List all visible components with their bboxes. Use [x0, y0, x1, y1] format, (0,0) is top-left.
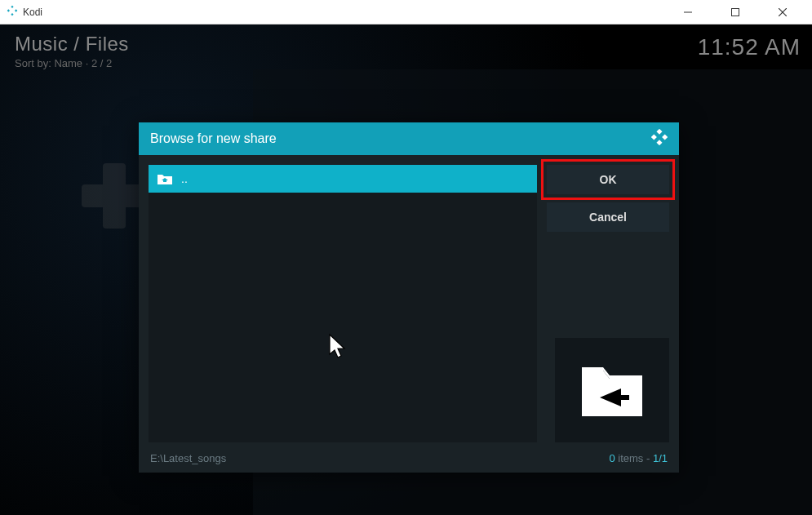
item-position: 1/1: [653, 452, 668, 464]
svg-rect-1: [7, 9, 10, 11]
item-count-text: items -: [615, 452, 653, 464]
list-item-parent-dir[interactable]: ..: [149, 165, 537, 193]
folder-up-icon: [157, 172, 173, 185]
folder-back-icon: [575, 357, 649, 423]
maximize-button[interactable]: [719, 0, 752, 24]
breadcrumb-area: Music / Files Sort by: Name · 2 / 2: [15, 33, 129, 69]
svg-rect-10: [662, 134, 668, 140]
svg-rect-11: [656, 140, 662, 145]
list-item-label: ..: [181, 172, 188, 185]
sort-info: Sort by: Name · 2 / 2: [15, 57, 129, 69]
ok-button-highlight: OK: [541, 159, 675, 200]
add-source-plus-icon: [82, 163, 147, 229]
svg-rect-5: [732, 8, 739, 16]
close-button[interactable]: [766, 0, 799, 24]
preview-thumbnail: [555, 338, 669, 442]
dialog-header: Browse for new share: [139, 122, 679, 155]
ok-button[interactable]: OK: [547, 165, 669, 194]
window-title: Kodi: [23, 7, 42, 18]
svg-rect-8: [656, 129, 662, 135]
window-titlebar: Kodi: [0, 0, 812, 24]
cancel-button[interactable]: Cancel: [547, 202, 669, 232]
kodi-app: Music / Files Sort by: Name · 2 / 2 11:5…: [0, 24, 812, 515]
dialog-title: Browse for new share: [150, 131, 277, 146]
dialog-footer: E:\Latest_songs 0 items - 1/1: [139, 452, 679, 473]
dialog-body: .. OK Cancel: [139, 155, 679, 452]
svg-rect-0: [11, 5, 13, 7]
current-path: E:\Latest_songs: [150, 452, 226, 464]
dialog-buttons: OK Cancel: [547, 165, 669, 442]
item-count: 0 items - 1/1: [609, 452, 668, 464]
item-count-number: 0: [609, 452, 615, 464]
minimize-button[interactable]: [672, 0, 704, 24]
browse-dialog: Browse for new share .. OK Cancel: [139, 122, 679, 473]
breadcrumb: Music / Files: [15, 33, 129, 55]
file-list[interactable]: ..: [149, 165, 537, 442]
svg-rect-9: [651, 134, 657, 140]
svg-rect-2: [15, 9, 17, 11]
kodi-logo-icon: [651, 129, 668, 149]
clock-label: 11:52 AM: [698, 34, 801, 60]
svg-rect-3: [11, 13, 13, 16]
window-controls: [672, 0, 805, 24]
kodi-logo-icon: [7, 5, 18, 20]
